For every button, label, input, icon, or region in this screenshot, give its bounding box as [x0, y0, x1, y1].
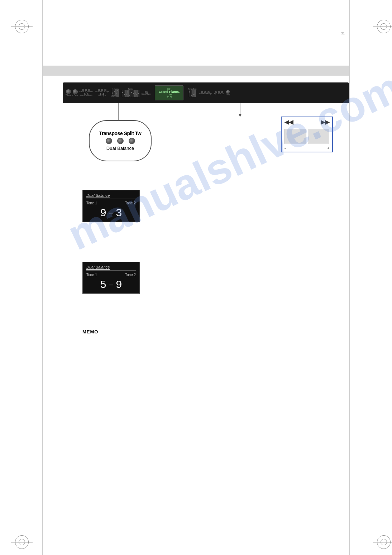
- pal-slider-7[interactable]: [133, 90, 134, 97]
- db1-tone2-value: 3: [116, 207, 122, 219]
- epiano-section: e-Piano: [72, 89, 78, 96]
- dual-balance-display-2: Dual Balance Tone 1 Tone 2 5 – 9: [82, 262, 140, 294]
- dual-button[interactable]: [129, 138, 135, 144]
- tempo-slider-4[interactable]: [194, 90, 196, 97]
- memo-label: MEMO: [82, 329, 98, 335]
- db1-tone1-value: 9: [100, 207, 106, 219]
- piano-control-panel: Volume e-Piano Effects EQ Reverb Functio…: [63, 82, 349, 103]
- tempo-slider-3[interactable]: [192, 90, 194, 97]
- my-grand-section: My Grand Up: [214, 91, 224, 95]
- dual-balance-display-1: Dual Balance Tone 1 Tone 2 9 – 3: [82, 190, 140, 222]
- db1-title: Dual Balance: [86, 193, 136, 199]
- epiano-label: e-Piano: [72, 95, 78, 96]
- minus-label: -: [285, 146, 286, 150]
- nav-big-btn-right[interactable]: [308, 129, 330, 144]
- variable-section: VARIABLE: [111, 89, 119, 98]
- db2-dash: –: [109, 280, 113, 289]
- db1-headers: Tone 1 Tone 2: [86, 201, 136, 205]
- navigation-callout: ◀◀ ▶▶ - +: [281, 117, 333, 152]
- svg-marker-3: [239, 114, 242, 117]
- nav-top-row: ◀◀ ▶▶: [282, 117, 332, 127]
- display-tone-name: Grand Piano1: [159, 90, 180, 94]
- volume-section: Volume: [66, 89, 71, 96]
- db1-tone2-label: Tone 2: [125, 201, 136, 205]
- next-button[interactable]: ▶▶: [321, 119, 329, 125]
- page-number: 31: [341, 32, 345, 35]
- nav-big-btn-left[interactable]: [285, 129, 306, 144]
- db1-tone1-label: Tone 1: [86, 201, 97, 205]
- db2-tone2-value: 9: [116, 278, 122, 290]
- dolby-label: Dolby: [226, 94, 230, 96]
- top-rule: [43, 64, 349, 64]
- left-margin-line: [42, 0, 43, 555]
- db1-dash: –: [109, 209, 113, 217]
- panel-display: 001 * Grand Piano1 C 100 4/4 76: [155, 85, 183, 100]
- transpose-split-callout: Transpose Split Tw Dual Balance: [89, 120, 152, 161]
- variable-sliders: [112, 89, 119, 96]
- nav-middle-row: [282, 127, 332, 146]
- var-slider-3[interactable]: [115, 89, 117, 96]
- split-button[interactable]: [117, 138, 124, 144]
- tempo-slider-1[interactable]: [189, 90, 190, 97]
- dolby-section: Dolby: [226, 90, 230, 96]
- tempo-section: Tempo/Beat: [188, 89, 196, 98]
- pal-slider-9[interactable]: [136, 90, 138, 97]
- pal-slider-10[interactable]: [138, 90, 139, 97]
- dolby-knob[interactable]: [226, 90, 230, 94]
- db2-headers: Tone 1 Tone 2: [86, 273, 136, 277]
- display-sub2: 4/4 76: [167, 96, 172, 98]
- master-tune-section: Master Tune: [142, 91, 150, 95]
- var-slider-4[interactable]: [117, 89, 119, 96]
- master-tune-label: Master Tune: [142, 94, 150, 95]
- pal-slider-1[interactable]: [122, 90, 123, 97]
- pal-slider-6[interactable]: [131, 90, 132, 97]
- palette-sliders: [122, 90, 139, 97]
- right-margin-line: [349, 0, 350, 555]
- bottom-rule: [43, 491, 349, 491]
- transpose-button[interactable]: [106, 138, 112, 144]
- acoustic-section: Acoustic Left Right: [199, 91, 212, 95]
- callout-label-line1: Transpose Split Tw: [99, 131, 142, 136]
- var-slider-2[interactable]: [114, 89, 115, 96]
- pal-slider-4[interactable]: [127, 90, 129, 97]
- variable-label: VARIABLE: [111, 96, 119, 98]
- my-grand-label: My Grand Up: [214, 93, 224, 95]
- var-slider-1[interactable]: [112, 89, 113, 96]
- plus-label: +: [327, 146, 329, 150]
- db2-tone2-label: Tone 2: [125, 273, 136, 277]
- transpose-label: Transpose Left Split: [95, 91, 109, 93]
- nav-bottom-row: - +: [282, 146, 332, 152]
- pal-slider-2[interactable]: [124, 90, 125, 97]
- tempo-slider-2[interactable]: [191, 90, 192, 97]
- db2-tone1-value: 5: [100, 278, 106, 290]
- callout-dots-row: [106, 138, 135, 144]
- db2-tone1-label: Tone 1: [86, 273, 97, 277]
- pal-slider-5[interactable]: [129, 90, 130, 97]
- pal-slider-3[interactable]: [125, 90, 127, 97]
- volume-label: Volume: [66, 95, 71, 96]
- header-bar: [43, 66, 349, 76]
- effects-section: Effects EQ Reverb Function Controls: [80, 89, 93, 97]
- prev-button[interactable]: ◀◀: [285, 119, 293, 125]
- db2-values: 5 – 9: [86, 278, 136, 290]
- function-ctrl-label: Function Controls: [80, 95, 92, 97]
- acoustic-label: Acoustic Left Right: [199, 93, 212, 95]
- pal-slider-8[interactable]: [134, 90, 136, 97]
- db1-values: 9 – 3: [86, 207, 136, 219]
- db2-title: Dual Balance: [86, 265, 136, 271]
- epiano-knob[interactable]: [73, 89, 78, 94]
- effects-label: Effects EQ Reverb: [80, 91, 93, 93]
- palette-section: Palette: [122, 89, 139, 98]
- callout-label-line2: Dual Balance: [106, 146, 134, 151]
- tone-cycle-label: Tone Cycle: [98, 95, 106, 97]
- tempo-sliders: [189, 90, 196, 97]
- transpose-section: Transpose Left Split Tone Cycle: [95, 89, 109, 97]
- volume-knob[interactable]: [66, 89, 71, 94]
